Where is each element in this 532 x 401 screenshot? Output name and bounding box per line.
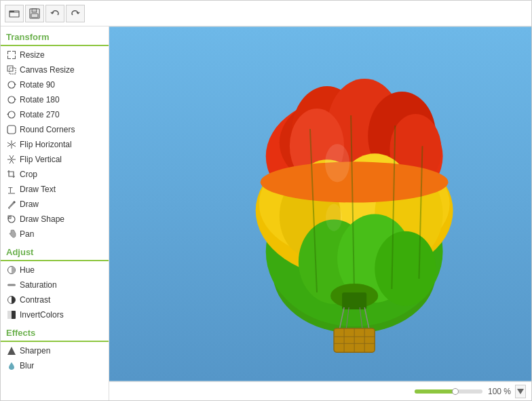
hue-icon [6,265,17,275]
saturation-label: Saturation [20,280,57,290]
blur-icon [6,360,17,371]
zoom-value-label: 100 % [487,387,511,396]
status-bar: 100 % [109,381,531,400]
rotate90-icon [6,79,17,90]
toolbar [1,1,531,26]
svg-point-59 [325,144,349,182]
draw-icon [6,199,17,210]
sidebar-item-saturation[interactable]: Saturation [1,278,109,292]
sidebar-item-resize[interactable]: Resize [1,47,109,62]
image-container[interactable] [109,26,531,381]
svg-rect-17 [7,284,16,286]
sidebar-item-crop[interactable]: Crop [1,167,109,182]
sharpen-label: Sharpen [20,346,50,356]
open-button[interactable] [5,5,24,22]
effects-section-header: Effects [1,322,109,342]
pan-icon [6,229,17,240]
zoom-fill [415,389,455,394]
rotate180-icon [6,94,17,105]
rotate270-label: Rotate 270 [20,110,60,119]
transform-section-header: Transform [1,26,109,46]
zoom-thumb[interactable] [452,388,459,395]
svg-point-14 [8,216,15,223]
save-button[interactable] [25,5,44,22]
crop-icon [6,169,17,180]
sidebar-item-flip-vertical[interactable]: Flip Vertical [1,152,109,167]
resize-icon [6,50,17,60]
contrast-label: Contrast [20,295,50,305]
canvas-resize-icon [6,64,17,75]
sidebar-item-canvas-resize[interactable]: Canvas Resize [1,62,109,77]
rotate270-icon [6,109,17,120]
flip-vertical-label: Flip Vertical [20,155,62,164]
sidebar-item-invert-colors[interactable]: InvertColors [1,307,109,322]
balloon-image [109,26,531,381]
draw-text-label: Draw Text [20,185,56,194]
blur-label: Blur [20,361,34,370]
draw-shape-icon [6,214,17,225]
invert-colors-label: InvertColors [20,310,64,320]
zoom-slider[interactable] [415,389,482,394]
sidebar-item-sharpen[interactable]: Sharpen [1,343,109,358]
sidebar-item-draw-text[interactable]: T Draw Text [1,182,109,197]
svg-marker-21 [7,347,16,355]
draw-label: Draw [20,199,39,209]
svg-point-41 [375,231,436,306]
sidebar-item-contrast[interactable]: Contrast [1,292,109,307]
sidebar-item-draw[interactable]: Draw [1,197,109,212]
sidebar-item-round-corners[interactable]: Round Corners [1,122,109,137]
svg-rect-5 [7,66,13,71]
sidebar-item-draw-shape[interactable]: Draw Shape [1,212,109,227]
crop-label: Crop [20,170,37,179]
main-content: Transform Resize Canvas Resize Rotate 90 [1,26,531,400]
sidebar-item-rotate270[interactable]: Rotate 270 [1,107,109,122]
sidebar: Transform Resize Canvas Resize Rotate 90 [1,26,109,400]
svg-rect-3 [32,9,37,12]
rotate90-label: Rotate 90 [20,80,55,90]
round-corners-icon [6,124,17,135]
sidebar-item-rotate180[interactable]: Rotate 180 [1,92,109,107]
round-corners-label: Round Corners [20,125,75,134]
svg-rect-48 [342,292,366,309]
flip-v-icon [6,154,17,165]
canvas-resize-label: Canvas Resize [20,65,75,75]
sidebar-item-flip-horizontal[interactable]: Flip Horizontal [1,137,109,152]
svg-rect-10 [7,126,16,134]
redo-button[interactable] [66,5,85,22]
undo-button[interactable] [45,5,64,22]
zoom-dropdown-button[interactable] [515,385,526,398]
sidebar-item-pan[interactable]: Pan [1,227,109,242]
flip-h-icon [6,139,17,150]
invert-icon [6,309,17,320]
canvas-area: 100 % [109,26,531,400]
zoom-control: 100 % [415,385,526,398]
svg-point-60 [326,204,342,231]
contrast-icon [6,294,17,305]
sidebar-item-blur[interactable]: Blur [1,358,109,373]
resize-label: Resize [20,50,45,60]
rotate180-label: Rotate 180 [20,95,60,104]
flip-horizontal-label: Flip Horizontal [20,140,72,149]
sharpen-icon [6,345,17,356]
svg-point-42 [261,161,449,202]
sidebar-item-rotate90[interactable]: Rotate 90 [1,77,109,92]
draw-shape-label: Draw Shape [20,214,64,224]
hue-label: Hue [20,265,35,275]
svg-rect-20 [7,311,12,319]
pan-label: Pan [20,229,34,239]
adjust-section-header: Adjust [1,242,109,261]
draw-text-icon: T [6,184,17,195]
sidebar-item-hue[interactable]: Hue [1,263,109,278]
svg-rect-4 [31,14,38,18]
svg-text:T: T [8,186,13,194]
saturation-icon [6,280,17,290]
